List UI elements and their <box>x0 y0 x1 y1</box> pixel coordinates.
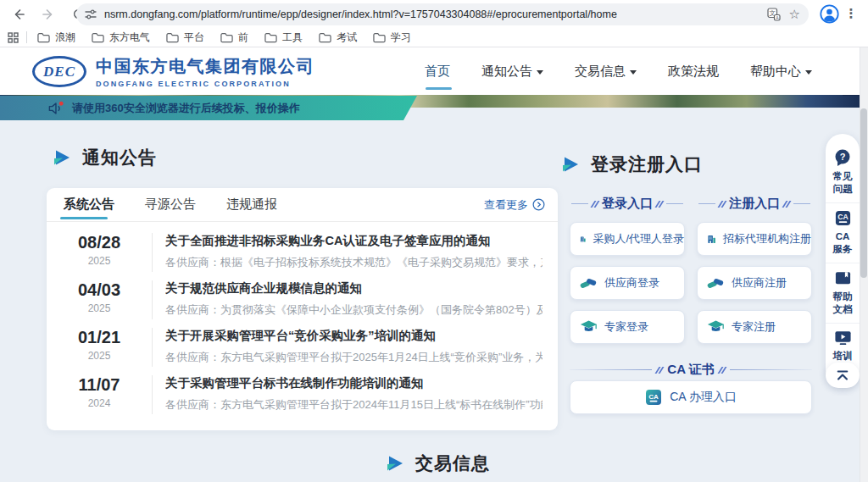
trade-section-heading: 交易信息 <box>386 452 490 475</box>
bookmarks-bar: 浪潮 东方电气 平台 前 工具 考试 学习 <box>0 28 868 47</box>
notification-dot <box>59 101 64 105</box>
browser-window: nsrm.dongfang.com/platform/runtime/epp/d… <box>0 0 868 482</box>
bookmark-folder[interactable]: 考试 <box>319 30 357 45</box>
bookmark-folder[interactable]: 前 <box>220 30 248 45</box>
expert-login-button[interactable]: 专家登录 <box>570 310 685 344</box>
section-arrow-icon <box>386 454 404 473</box>
chevron-down-icon <box>537 70 543 75</box>
section-title: 登录注册入口 <box>591 152 703 176</box>
browser-chrome: nsrm.dongfang.com/platform/runtime/epp/d… <box>0 0 868 47</box>
company-name-cn: 中国东方电气集团有限公司 <box>96 55 314 78</box>
folder-icon <box>37 32 50 43</box>
login-section-heading: 登录注册入口 <box>561 152 703 176</box>
nav-item-home[interactable]: 首页 <box>425 64 450 80</box>
notice-desc: 各供应商：根据《电子招标投标系统技术规范》《电子采购交易规范》要求，东方电气采购… <box>165 255 542 270</box>
nav-item-trade[interactable]: 交易信息 <box>575 64 637 80</box>
speaker-icon <box>47 101 64 116</box>
handshake-icon <box>580 275 598 291</box>
notice-desc: 各供应商：东方电气采购管理平台拟于2025年1月24日上线“竞价采购”业务，为帮… <box>165 350 542 365</box>
nav-item-notices[interactable]: 通知公告 <box>481 64 543 80</box>
company-name: 中国东方电气集团有限公司 DONGFANG ELECTRIC CORPORATI… <box>96 55 314 88</box>
rail-item-faq[interactable]: ? 常见问题 <box>826 142 860 202</box>
expert-cap-icon <box>580 319 598 335</box>
ca-badge-icon: CA <box>834 209 852 227</box>
login-register-group-labels: 登录入口 注册入口 <box>570 196 812 212</box>
notices-list: 08/28 2025 关于全面推进非招标采购业务CA认证及电子签章应用的通知 各… <box>47 225 558 415</box>
tab-system-notices[interactable]: 系统公告 <box>64 187 114 222</box>
notice-title[interactable]: 关于采购管理平台标书在线制作功能培训的通知 <box>165 375 542 391</box>
url-text[interactable]: nsrm.dongfang.com/platform/runtime/epp/d… <box>104 8 759 20</box>
bidding-agency-register-button[interactable]: 招标代理机构注册 <box>697 222 812 256</box>
ca-group-header: CA 证书 <box>570 362 812 378</box>
notice-item[interactable]: 11/07 2024 关于采购管理平台标书在线制作功能培训的通知 各供应商：东方… <box>47 368 558 415</box>
back-arrow-icon <box>12 8 25 21</box>
notices-tabs: 系统公告 寻源公告 违规通报 查看更多 <box>47 188 558 222</box>
company-name-en: DONGFANG ELECTRIC CORPORATION <box>96 80 314 88</box>
notice-title[interactable]: 关于开展采购管理平台“竞价采购业务”培训的通知 <box>165 328 542 344</box>
bookmark-folder[interactable]: 工具 <box>264 30 303 45</box>
dec-logo-icon: DEC <box>32 56 86 87</box>
rail-item-ca-service[interactable]: CA CA服务 <box>826 202 860 263</box>
tab-sourcing-notices[interactable]: 寻源公告 <box>145 187 196 222</box>
folder-icon <box>92 32 104 43</box>
chevron-down-icon <box>630 70 637 75</box>
browser-menu-button[interactable]: ⋮ <box>843 3 860 24</box>
nav-item-help[interactable]: 帮助中心 <box>750 64 812 80</box>
folder-icon <box>373 32 386 43</box>
address-bar[interactable]: nsrm.dongfang.com/platform/runtime/epp/d… <box>76 3 809 25</box>
expert-cap-icon <box>707 319 725 335</box>
translate-button[interactable]: 文A <box>767 8 781 21</box>
supplier-register-button[interactable]: 供应商注册 <box>697 266 812 300</box>
login-register-buttons: 采购人/代理人登录 招标代理机构注册 供应商登录 供应商注册 专家登录 专家注册 <box>570 222 812 344</box>
expert-register-button[interactable]: 专家注册 <box>697 310 812 344</box>
avatar-person-icon <box>820 4 839 24</box>
notice-item[interactable]: 04/03 2025 关于规范供应商企业规模信息的通知 各供应商：为贯彻落实《保… <box>47 273 558 320</box>
ticker-text: 请使用360安全浏览器进行后续投标、报价操作 <box>72 101 300 116</box>
announcement-ticker[interactable]: 请使用360安全浏览器进行后续投标、报价操作 <box>0 96 417 120</box>
main-nav: 首页 通知公告 交易信息 政策法规 帮助中心 <box>425 47 812 95</box>
notice-item[interactable]: 08/28 2025 关于全面推进非招标采购业务CA认证及电子签章应用的通知 各… <box>47 225 558 273</box>
circle-arrow-icon <box>532 198 545 211</box>
bookmark-folder[interactable]: 学习 <box>373 30 411 45</box>
bookmark-folder[interactable]: 浪潮 <box>37 30 75 45</box>
purchaser-agent-login-button[interactable]: 采购人/代理人登录 <box>570 222 685 256</box>
notice-item[interactable]: 01/21 2025 关于开展采购管理平台“竞价采购业务”培训的通知 各供应商：… <box>47 320 558 368</box>
bookmark-folder[interactable]: 东方电气 <box>92 30 150 45</box>
notice-desc: 各供应商：东方电气采购管理平台拟于2024年11月15日上线“标书在线制作”功能… <box>165 397 542 413</box>
tab-violation-reports[interactable]: 违规通报 <box>226 187 277 222</box>
folder-icon <box>264 32 277 43</box>
supplier-login-button[interactable]: 供应商登录 <box>570 266 685 300</box>
nav-item-policy[interactable]: 政策法规 <box>668 64 719 80</box>
notice-date: 11/07 2024 <box>47 375 152 409</box>
video-icon <box>834 330 852 346</box>
apps-grid-icon[interactable] <box>8 32 19 43</box>
profile-avatar[interactable] <box>820 4 839 24</box>
page-scrollbar[interactable] <box>860 47 868 482</box>
forward-button[interactable] <box>37 3 59 25</box>
svg-text:CA: CA <box>837 213 848 221</box>
collapse-top-icon <box>835 369 850 381</box>
chevron-down-icon <box>805 70 812 75</box>
folder-icon <box>319 32 331 43</box>
bookmark-folder[interactable]: 平台 <box>166 30 204 45</box>
notices-card: 系统公告 寻源公告 违规通报 查看更多 08/28 2025 关于全面推进非招标… <box>47 188 558 430</box>
back-button[interactable] <box>8 3 30 25</box>
ca-apply-button[interactable]: CA CA 办理入口 <box>570 380 812 414</box>
site-settings-icon[interactable] <box>85 8 97 20</box>
bookmark-star-icon[interactable]: ☆ <box>789 7 800 22</box>
folder-icon <box>220 32 233 43</box>
collapse-rail-button[interactable] <box>826 363 860 388</box>
site-logo[interactable]: DEC 中国东方电气集团有限公司 DONGFANG ELECTRIC CORPO… <box>32 55 314 88</box>
site-header: DEC 中国东方电气集团有限公司 DONGFANG ELECTRIC CORPO… <box>0 47 868 95</box>
svg-text:CA: CA <box>648 393 659 401</box>
notice-title[interactable]: 关于全面推进非招标采购业务CA认证及电子签章应用的通知 <box>165 233 542 249</box>
view-more-link[interactable]: 查看更多 <box>484 197 545 213</box>
scrollbar-thumb[interactable] <box>860 108 867 278</box>
login-group-header: 登录入口 <box>570 196 685 212</box>
handshake-icon <box>707 275 725 291</box>
register-group-header: 注册入口 <box>697 196 812 212</box>
notices-section-heading: 通知公告 <box>53 146 157 169</box>
rail-item-help-docs[interactable]: 帮助文档 <box>826 263 860 323</box>
svg-text:?: ? <box>840 152 846 162</box>
notice-title[interactable]: 关于规范供应商企业规模信息的通知 <box>165 280 542 296</box>
